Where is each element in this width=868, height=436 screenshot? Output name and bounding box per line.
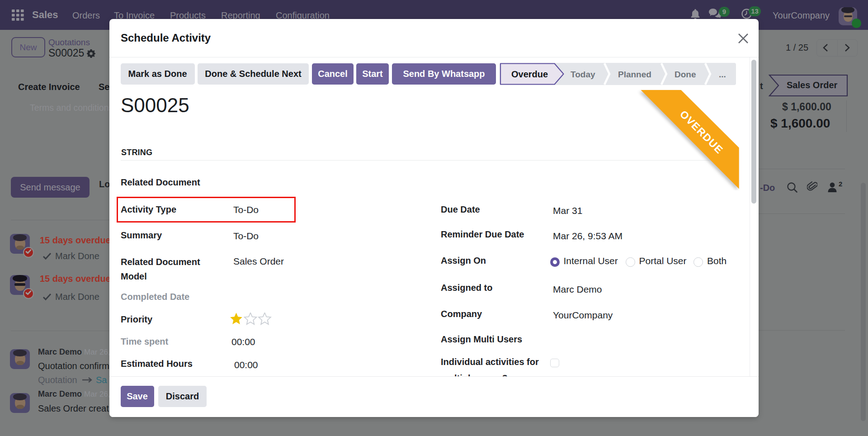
svg-text:Today: Today <box>571 70 595 79</box>
svg-text:Overdue: Overdue <box>511 69 548 79</box>
